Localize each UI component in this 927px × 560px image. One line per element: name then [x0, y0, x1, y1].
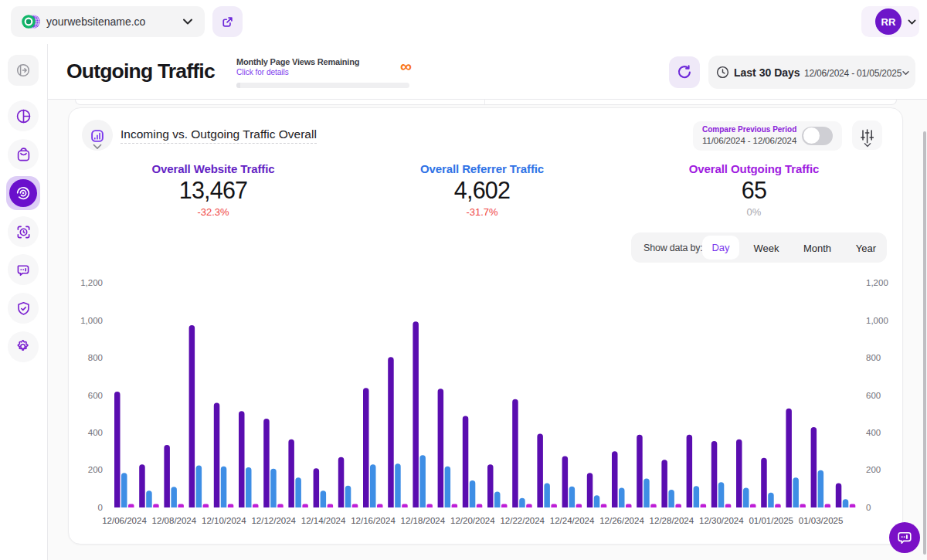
svg-text:01/01/2025: 01/01/2025 — [749, 516, 793, 525]
svg-text:01/03/2025: 01/03/2025 — [799, 516, 844, 525]
svg-text:12/14/2024: 12/14/2024 — [301, 516, 346, 525]
svg-text:0: 0 — [98, 503, 103, 512]
svg-text:800: 800 — [88, 353, 103, 362]
svg-text:12/28/2024: 12/28/2024 — [650, 516, 694, 525]
svg-text:12/18/2024: 12/18/2024 — [401, 516, 446, 525]
svg-text:12/12/2024: 12/12/2024 — [251, 516, 296, 525]
svg-text:1,000: 1,000 — [866, 316, 888, 325]
svg-text:12/24/2024: 12/24/2024 — [550, 516, 595, 525]
svg-text:12/08/2024: 12/08/2024 — [152, 516, 197, 525]
svg-text:12/06/2024: 12/06/2024 — [102, 516, 147, 525]
svg-text:12/20/2024: 12/20/2024 — [450, 516, 495, 525]
svg-text:600: 600 — [866, 391, 881, 400]
svg-text:800: 800 — [866, 353, 881, 362]
svg-text:1,000: 1,000 — [80, 316, 103, 325]
svg-text:12/16/2024: 12/16/2024 — [351, 516, 396, 525]
svg-text:12/22/2024: 12/22/2024 — [500, 516, 545, 525]
svg-text:0: 0 — [866, 503, 871, 512]
svg-text:1,200: 1,200 — [866, 278, 888, 287]
svg-text:400: 400 — [88, 428, 103, 437]
svg-text:12/30/2024: 12/30/2024 — [699, 516, 744, 525]
svg-text:600: 600 — [88, 391, 103, 400]
svg-text:400: 400 — [866, 428, 881, 437]
svg-text:1,200: 1,200 — [80, 278, 103, 287]
svg-text:200: 200 — [866, 465, 881, 474]
svg-text:12/10/2024: 12/10/2024 — [202, 516, 246, 525]
svg-text:12/26/2024: 12/26/2024 — [599, 516, 644, 525]
svg-text:200: 200 — [88, 465, 103, 474]
